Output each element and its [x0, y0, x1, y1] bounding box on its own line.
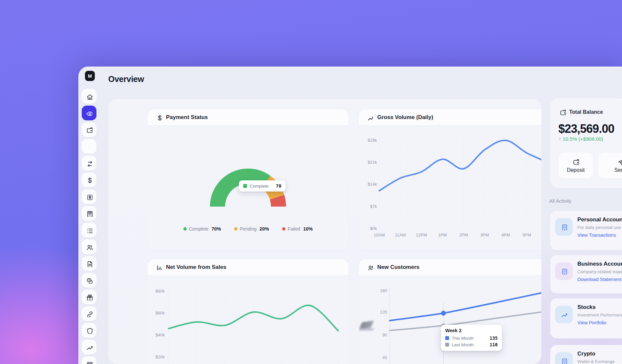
legend-item-pending: Pending 20%	[234, 226, 269, 232]
building-icon	[555, 262, 573, 280]
x-tick: 1PM	[435, 233, 450, 237]
users-icon	[86, 244, 93, 250]
activity-card-business-account: Business Account Company-related expense…	[550, 255, 622, 293]
sidebar-item-customers[interactable]	[82, 239, 96, 254]
building-icon	[555, 352, 573, 364]
gauge-tooltip: Complete 70	[239, 180, 286, 192]
tooltip-row-this-month: This Month 135	[445, 335, 498, 341]
gross-volume-line-chart[interactable]	[359, 125, 541, 250]
payment-status-card: Payment Status Complete 70 Complete 70% …	[148, 110, 348, 250]
dollar-icon	[156, 114, 162, 120]
new-customers-card: New Customers 180 135 90 45 Week 2 This …	[359, 259, 541, 364]
swap-icon	[86, 160, 93, 167]
dollar-icon	[86, 177, 93, 183]
payment-status-header: Payment Status	[148, 110, 348, 126]
activity-title: Stocks	[577, 304, 596, 311]
legend-label: Complete	[189, 226, 209, 232]
sidebar-item-wallet[interactable]	[82, 122, 96, 137]
sidebar-item-transactions[interactable]	[82, 223, 96, 237]
net-volume-line-chart[interactable]	[148, 275, 348, 364]
total-balance-card: Total Balance $23,569.00 ↑ 10.5% (+$908.…	[550, 98, 622, 188]
download-statement-link[interactable]: Download Statement	[577, 277, 622, 282]
activity-subtitle: Wallet & Exchange	[577, 359, 615, 364]
y-tick: $60k	[148, 311, 165, 315]
view-transactions-link[interactable]: View Transactions	[577, 233, 616, 238]
eye-icon	[86, 110, 93, 116]
y-tick: $21k	[359, 160, 377, 165]
tooltip-label: This Month	[452, 336, 487, 341]
receipt-icon	[86, 193, 93, 200]
shield-icon	[86, 327, 93, 334]
sidebar-item-payments[interactable]	[82, 172, 96, 187]
sidebar-item-calculator[interactable]	[82, 206, 96, 221]
sidebar-item-archive[interactable]	[82, 356, 96, 364]
balance-amount: $23,569.00	[558, 122, 614, 136]
x-tick: 2PM	[456, 233, 471, 237]
tooltip-label: Complete	[250, 184, 269, 189]
legend-label: Failed	[288, 226, 300, 232]
trend-icon	[86, 344, 93, 351]
gross-volume-card: Gross Volume (Daily) $28k $21k $14k $7k …	[359, 110, 541, 250]
y-tick: $20k	[148, 354, 165, 359]
sidebar-item-overview[interactable]	[82, 106, 96, 120]
net-volume-header: Net Volume from Sales	[148, 259, 348, 275]
calc-icon	[86, 210, 93, 217]
sidebar-item-transfers[interactable]	[82, 156, 96, 171]
sidebar-item-security[interactable]	[82, 323, 96, 338]
app-logo[interactable]: M	[85, 71, 95, 81]
week2-tooltip: Week 2 This Month 135 Last Month 110	[441, 325, 502, 351]
activity-card-stocks: Stocks Investment Performance View Portf…	[550, 298, 622, 338]
pending-dot	[234, 227, 238, 231]
legend-value: 10%	[303, 226, 313, 232]
sidebar-item-integrations[interactable]	[82, 306, 96, 321]
wallet-icon	[86, 127, 93, 133]
complete-swatch	[243, 184, 247, 188]
sidebar-item-home[interactable]	[82, 89, 96, 104]
sidebar-item-rewards[interactable]	[82, 290, 96, 304]
y-tick: $40k	[148, 333, 165, 337]
send-button-label: Send	[614, 167, 622, 173]
home-icon	[86, 93, 93, 100]
activity-title: Personal Account	[577, 216, 622, 223]
card-title: New Customers	[377, 264, 419, 271]
tooltip-title: Week 2	[445, 328, 498, 333]
x-axis-labels: 10AM 11AM 12PM 1PM 2PM 3PM 4PM 5PM 6PM	[371, 233, 541, 237]
coins-icon	[86, 277, 93, 284]
sidebar-item-analytics[interactable]	[82, 340, 96, 354]
x-tick: 6PM	[540, 233, 541, 237]
file-icon	[86, 260, 93, 267]
deposit-button[interactable]: Deposit	[558, 153, 593, 178]
tooltip-label: Last Month	[452, 342, 487, 347]
building-icon	[555, 218, 573, 236]
activity-subtitle: Investment Performance	[577, 313, 622, 317]
sidebar-item-cards[interactable]	[82, 139, 96, 154]
all-activity-heading: All Activity	[549, 198, 571, 204]
net-volume-card: Net Volume from Sales $80k $60k $40k $20…	[148, 259, 348, 364]
y-tick: $0k	[359, 226, 377, 231]
view-portfolio-link[interactable]: View Portfolio	[577, 320, 606, 325]
trending-up-icon	[367, 114, 373, 120]
activity-card-personal-account: Personal Account For daily personal use …	[550, 211, 622, 250]
deposit-button-label: Deposit	[567, 167, 585, 173]
balance-change: ↑ 10.5% (+$908.00)	[559, 136, 603, 142]
send-button[interactable]: Send	[598, 153, 622, 178]
this-month-swatch	[445, 336, 449, 340]
failed-dot	[282, 227, 285, 231]
balance-header: Total Balance	[559, 109, 603, 115]
sidebar-item-invoices[interactable]	[82, 189, 96, 204]
y-tick: $7k	[359, 204, 377, 209]
sidebar-item-documents[interactable]	[82, 256, 96, 271]
legend-value: 20%	[259, 226, 269, 232]
card-title: Net Volume from Sales	[166, 264, 226, 271]
legend-item-complete: Complete 70%	[183, 226, 221, 232]
tooltip-value: 70	[276, 183, 281, 189]
sidebar	[82, 89, 96, 364]
x-tick: 4PM	[498, 233, 514, 237]
x-tick: 3PM	[477, 233, 492, 237]
x-tick: 5PM	[519, 233, 535, 237]
link-icon	[86, 311, 93, 317]
x-tick: 11AM	[392, 233, 408, 237]
legend-value: 70%	[212, 226, 221, 232]
sidebar-item-coins[interactable]	[82, 273, 96, 288]
legend-item-failed: Failed 10%	[282, 226, 313, 232]
